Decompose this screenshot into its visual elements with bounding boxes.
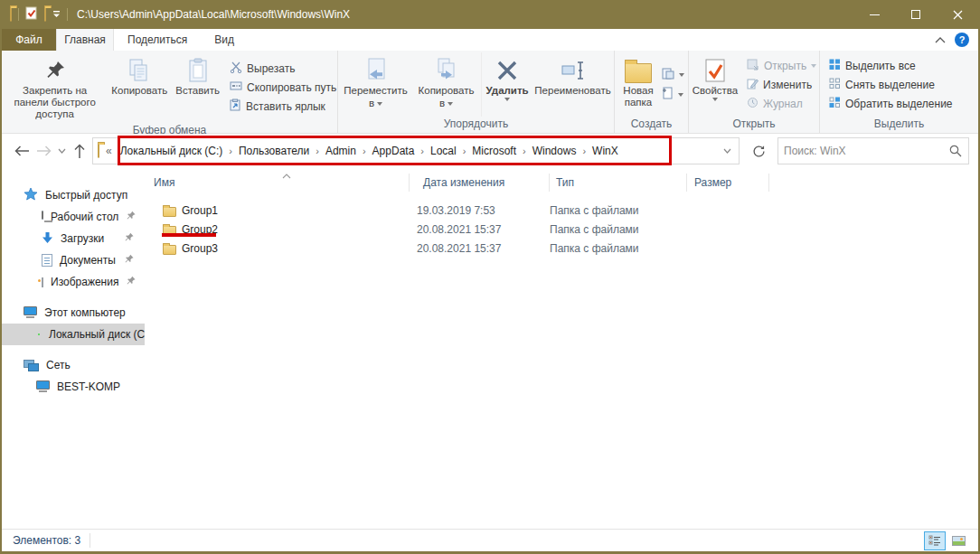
- file-type: Папка с файлами: [550, 204, 639, 217]
- move-to-button[interactable]: Переместить в: [340, 52, 412, 117]
- open-button[interactable]: Открыть: [747, 57, 819, 75]
- properties-qat-icon[interactable]: [25, 6, 38, 23]
- cut-label: Вырезать: [247, 62, 295, 75]
- properties-button[interactable]: Свойства: [689, 52, 741, 117]
- titlebar-separator: [18, 8, 19, 21]
- select-all-label: Выделить все: [845, 60, 916, 72]
- select-none-label: Снять выделение: [845, 79, 935, 91]
- breadcrumb-chevron-icon: ›: [461, 146, 468, 156]
- history-label: Журнал: [763, 98, 803, 110]
- maximize-button[interactable]: [895, 0, 937, 29]
- easy-access-button[interactable]: [662, 68, 684, 82]
- new-item-button[interactable]: [662, 88, 684, 102]
- sort-ascending-icon: [282, 169, 291, 182]
- create-group-label: Создать: [615, 117, 688, 133]
- tab-view[interactable]: Вид: [201, 29, 248, 51]
- delete-label: Удалить: [485, 85, 528, 97]
- rename-label: Переименовать: [534, 85, 610, 97]
- refresh-button[interactable]: [745, 137, 772, 164]
- sidebar-item-quick-access[interactable]: Быстрый доступ: [2, 184, 145, 206]
- tab-share[interactable]: Поделиться: [114, 29, 201, 51]
- copy-to-button[interactable]: Копировать в: [412, 52, 481, 117]
- move-to-label: Переместить: [344, 85, 407, 97]
- close-button[interactable]: [937, 0, 978, 29]
- breadcrumb: Локальный диск (C:) › Пользователи › Adm…: [116, 145, 715, 157]
- tab-file[interactable]: Файл: [2, 29, 56, 51]
- breadcrumb-item[interactable]: Локальный диск (C:): [116, 145, 228, 157]
- sidebar-item-label: Этот компьютер: [44, 306, 126, 319]
- move-to-icon: [364, 56, 388, 85]
- new-folder-qat-icon[interactable]: [44, 8, 46, 21]
- copy-path-button[interactable]: Скопировать путь: [230, 79, 337, 97]
- breadcrumb-item[interactable]: Microsoft: [467, 145, 521, 157]
- select-none-button[interactable]: Снять выделение: [829, 76, 953, 94]
- address-bar[interactable]: « Локальный диск (C:) › Пользователи › A…: [92, 137, 740, 164]
- open-label: Открыть: [764, 60, 806, 72]
- address-dropdown-icon[interactable]: [715, 138, 739, 164]
- thumbnail-view-button[interactable]: [947, 531, 969, 550]
- pin-to-quick-access-button[interactable]: Закрепить на панели быстрого доступа: [2, 52, 108, 123]
- column-header-type[interactable]: Тип: [550, 174, 687, 192]
- back-button[interactable]: [11, 138, 33, 164]
- edit-button[interactable]: Изменить: [747, 76, 819, 94]
- chevron-down-icon: [712, 98, 718, 101]
- breadcrumb-item[interactable]: Admin: [321, 145, 361, 157]
- file-row-group2[interactable]: Group2 20.08.2021 15:37 Папка с файлами: [145, 220, 978, 239]
- chevron-down-icon: [504, 98, 510, 101]
- rename-button[interactable]: Переименовать: [533, 52, 613, 117]
- column-header-date[interactable]: Дата изменения: [410, 174, 550, 192]
- paste-shortcut-button[interactable]: Вставить ярлык: [230, 98, 337, 116]
- breadcrumb-item[interactable]: Local: [426, 145, 461, 157]
- history-button[interactable]: Журнал: [747, 95, 819, 113]
- help-icon[interactable]: ?: [955, 33, 969, 47]
- collapse-ribbon-icon[interactable]: [935, 33, 946, 46]
- file-row-group1[interactable]: Group1 19.03.2019 7:53 Папка с файлами: [145, 201, 978, 220]
- select-all-button[interactable]: Выделить все: [829, 57, 953, 75]
- sidebar-item-local-disk-c[interactable]: Локальный диск (C: [2, 324, 145, 345]
- search-icon[interactable]: [949, 145, 968, 157]
- invert-selection-button[interactable]: Обратить выделение: [829, 95, 953, 113]
- minimize-button[interactable]: [853, 0, 895, 29]
- breadcrumb-item[interactable]: Windows: [528, 145, 581, 157]
- sidebar-item-pictures[interactable]: Изображения: [2, 271, 145, 293]
- sidebar-item-best-komp[interactable]: BEST-KOMP: [2, 376, 145, 398]
- ribbon-group-organize: Переместить в Копировать в Удалить: [338, 51, 615, 133]
- copy-to-suffix: в: [439, 98, 445, 109]
- sidebar-item-desktop[interactable]: Рабочий стол: [2, 206, 145, 228]
- sidebar-item-label: Рабочий стол: [51, 211, 118, 223]
- qat-customize-icon[interactable]: [52, 8, 61, 21]
- column-header-size[interactable]: Размер: [687, 174, 769, 192]
- sidebar-item-label: Документы: [60, 254, 116, 267]
- paste-button[interactable]: Вставить: [171, 52, 224, 123]
- this-pc-icon: [24, 306, 37, 315]
- folder-icon: [163, 207, 176, 217]
- breadcrumb-item[interactable]: WinX: [588, 145, 623, 157]
- properties-label: Свойства: [693, 85, 739, 97]
- breadcrumb-item[interactable]: AppData: [368, 145, 419, 157]
- search-input[interactable]: [778, 145, 949, 157]
- file-row-group3[interactable]: Group3 20.08.2021 15:37 Папка с файлами: [145, 239, 978, 258]
- breadcrumb-overflow[interactable]: «: [99, 145, 116, 157]
- copy-button[interactable]: Копировать: [108, 52, 171, 123]
- forward-button[interactable]: [33, 138, 54, 164]
- tab-home[interactable]: Главная: [56, 29, 114, 51]
- sidebar-item-downloads[interactable]: Загрузки: [2, 228, 145, 249]
- select-all-icon: [829, 59, 841, 73]
- pin-icon: [124, 254, 134, 267]
- sidebar-item-label: Загрузки: [61, 232, 104, 245]
- desktop-icon: [42, 211, 43, 220]
- new-folder-icon: [625, 56, 652, 85]
- sidebar-item-documents[interactable]: Документы: [2, 249, 145, 271]
- up-button[interactable]: [69, 138, 90, 164]
- new-folder-button[interactable]: Новая папка: [615, 52, 662, 117]
- sidebar-item-this-pc[interactable]: Этот компьютер: [2, 302, 145, 324]
- delete-button[interactable]: Удалить: [481, 52, 533, 117]
- breadcrumb-item[interactable]: Пользователи: [234, 145, 314, 157]
- invert-selection-label: Обратить выделение: [845, 98, 953, 110]
- cut-button[interactable]: Вырезать: [230, 60, 337, 78]
- details-view-button[interactable]: [924, 531, 946, 550]
- recent-locations-icon[interactable]: [54, 138, 69, 164]
- network-computer-icon: [36, 380, 50, 390]
- sidebar-item-network[interactable]: Сеть: [2, 354, 145, 376]
- column-header-name[interactable]: Имя: [145, 174, 410, 192]
